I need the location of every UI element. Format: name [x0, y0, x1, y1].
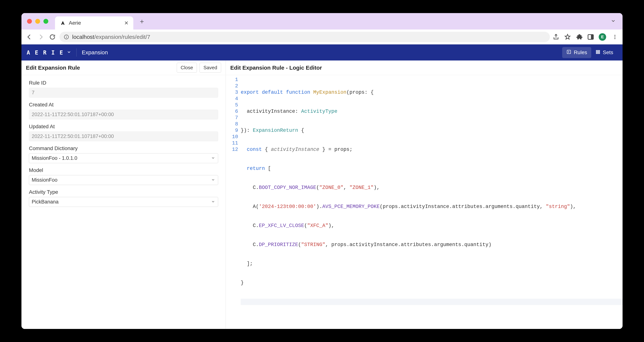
main-content: Edit Expansion Rule Close Saved Rule ID … [22, 61, 622, 329]
sidepanel-icon[interactable] [587, 33, 594, 41]
minimize-window-button[interactable] [35, 19, 40, 24]
sets-icon [595, 49, 600, 56]
activity-type-field: Activity Type PickBanana [29, 189, 218, 207]
edit-rule-panel-header: Edit Expansion Rule Close Saved [22, 61, 226, 75]
bookmark-star-icon[interactable] [564, 33, 571, 41]
created-at-label: Created At [29, 102, 218, 108]
svg-rect-9 [596, 50, 600, 51]
nav-sets-label: Sets [603, 50, 613, 55]
command-dictionary-label: Command Dictionary [29, 145, 218, 151]
forward-button[interactable] [36, 33, 45, 42]
header-divider [76, 48, 77, 57]
svg-rect-10 [596, 52, 600, 52]
svg-point-7 [614, 38, 616, 39]
model-label: Model [29, 167, 218, 173]
header-section-title: Expansion [82, 49, 108, 56]
browser-window: Aerie ✕ ＋ localhost/expansion/rules/edit… [22, 13, 622, 329]
form-body: Rule ID 7 Created At 2022-11-11T22:50:01… [22, 75, 226, 212]
browser-tab-bar: Aerie ✕ ＋ [22, 13, 622, 30]
rule-id-field: Rule ID 7 [29, 80, 218, 98]
window-controls [27, 19, 48, 24]
browser-tab[interactable]: Aerie ✕ [55, 17, 133, 30]
rules-icon [566, 49, 572, 56]
updated-at-value: 2022-11-11T22:50:01.107187+00:00 [29, 131, 218, 141]
line-number-gutter: 123456789101112 [226, 76, 241, 329]
rule-id-value: 7 [29, 88, 218, 98]
tabs-dropdown-button[interactable] [611, 21, 616, 24]
url-text: localhost/expansion/rules/edit/7 [72, 34, 150, 40]
share-icon[interactable] [552, 33, 560, 41]
app-header: A E R I E Expansion Rules Sets [22, 44, 622, 61]
close-window-button[interactable] [27, 19, 32, 24]
new-tab-button[interactable]: ＋ [138, 17, 145, 26]
chevron-down-icon [67, 50, 71, 55]
tab-title: Aerie [69, 20, 121, 26]
svg-rect-11 [596, 53, 600, 54]
aerie-favicon-icon [60, 20, 66, 26]
rule-id-label: Rule ID [29, 80, 218, 86]
browser-menu-button[interactable] [611, 34, 619, 40]
close-tab-button[interactable]: ✕ [124, 20, 128, 26]
close-button[interactable]: Close [177, 63, 197, 73]
maximize-window-button[interactable] [44, 19, 48, 24]
nav-rules-label: Rules [574, 50, 587, 55]
url-bar: localhost/expansion/rules/edit/7 E [22, 30, 622, 44]
created-at-value: 2022-11-11T22:50:01.107187+00:00 [29, 110, 218, 119]
profile-avatar[interactable]: E [599, 33, 606, 41]
logic-editor-title: Edit Expansion Rule - Logic Editor [230, 65, 618, 71]
svg-point-1 [66, 36, 66, 36]
model-field: Model MissionFoo [29, 167, 218, 185]
created-at-field: Created At 2022-11-11T22:50:01.107187+00… [29, 102, 218, 119]
command-dictionary-select[interactable]: MissionFoo - 1.0.1.0 [29, 153, 218, 163]
site-info-icon[interactable] [64, 34, 69, 40]
app-logo[interactable]: A E R I E [27, 49, 71, 56]
edit-rule-panel: Edit Expansion Rule Close Saved Rule ID … [22, 61, 226, 329]
model-select[interactable]: MissionFoo [29, 175, 218, 185]
saved-button[interactable]: Saved [200, 63, 221, 73]
back-button[interactable] [25, 33, 34, 42]
logo-text: A E R I E [27, 49, 64, 56]
extensions-icon[interactable] [576, 33, 583, 41]
nav-rules-button[interactable]: Rules [562, 47, 591, 58]
logic-editor-header: Edit Expansion Rule - Logic Editor [226, 61, 622, 75]
updated-at-label: Updated At [29, 124, 218, 129]
url-input[interactable]: localhost/expansion/rules/edit/7 [60, 32, 550, 42]
svg-rect-4 [591, 35, 594, 39]
command-dictionary-field: Command Dictionary MissionFoo - 1.0.1.0 [29, 145, 218, 163]
activity-type-select[interactable]: PickBanana [29, 197, 218, 207]
activity-type-label: Activity Type [29, 189, 218, 195]
logic-editor-panel: Edit Expansion Rule - Logic Editor 12345… [226, 61, 622, 329]
svg-point-5 [614, 35, 616, 36]
code-editor[interactable]: 123456789101112 export default function … [226, 75, 622, 329]
svg-rect-2 [66, 37, 67, 38]
code-content[interactable]: export default function MyExpansion(prop… [241, 76, 622, 329]
svg-point-6 [614, 36, 616, 37]
reload-button[interactable] [48, 33, 57, 42]
nav-sets-button[interactable]: Sets [591, 47, 617, 58]
panel-title: Edit Expansion Rule [26, 65, 174, 71]
updated-at-field: Updated At 2022-11-11T22:50:01.107187+00… [29, 124, 218, 141]
